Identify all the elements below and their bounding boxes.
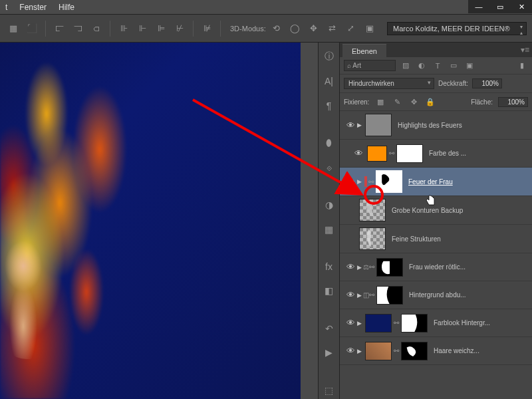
actions-icon[interactable]: ▶ (319, 344, 339, 362)
link-icon[interactable]: ⚯ (368, 178, 374, 186)
levels-icon: ◫ (363, 291, 369, 299)
dist-1-icon[interactable]: ⊪ (116, 21, 132, 37)
lock-move-icon[interactable]: ✥ (408, 96, 420, 107)
styles-icon[interactable]: fx (319, 257, 339, 275)
filter-image-icon[interactable]: ▨ (400, 61, 412, 71)
align-left-icon[interactable]: ⫍ (51, 21, 67, 37)
layer-thumb[interactable] (359, 227, 386, 250)
visibility-icon[interactable]: 👁 (346, 262, 355, 272)
visibility-icon[interactable]: 👁 (354, 148, 363, 158)
minimize-button[interactable]: — (468, 0, 489, 13)
swatches-icon[interactable]: ▦ (319, 220, 339, 238)
filter-toggle-icon[interactable]: ▮ (516, 61, 528, 71)
visibility-icon[interactable]: 👁 (346, 177, 355, 187)
fill-input[interactable]: 100% (498, 97, 528, 107)
link-icon[interactable]: ⚯ (394, 319, 399, 327)
properties-icon[interactable]: ⬚ (319, 381, 339, 399)
info-icon[interactable]: ⓘ (319, 48, 339, 66)
blend-mode-select[interactable]: Hindurchwirken (344, 78, 434, 89)
layer-filter-row: ⌕ Art ▨ ◐ T ▭ ▣ ▮ (340, 57, 532, 74)
3d-slide-icon[interactable]: ⇄ (325, 21, 340, 37)
3d-pan-icon[interactable]: ✥ (306, 21, 322, 37)
layer-row[interactable]: 👁 ▶ ◫ ⚯ Hintergrund abdu... (340, 281, 532, 309)
tool-icon-2[interactable]: ⬛ (24, 21, 40, 37)
dist-4-icon[interactable]: ⊬ (172, 21, 188, 37)
dist-2-icon[interactable]: ⊩ (134, 21, 150, 37)
mask-thumb[interactable] (376, 286, 403, 305)
workspace-selector[interactable]: Marco Kolditz, MEER DER IDEEN® (387, 22, 527, 35)
opacity-input[interactable]: 100% (472, 78, 502, 88)
panel-menu-icon[interactable]: ▾≡ (521, 45, 529, 55)
3d-camera-icon[interactable]: ▣ (362, 21, 378, 37)
visibility-icon[interactable]: 👁 (346, 346, 355, 356)
visibility-icon[interactable]: 👁 (346, 290, 355, 300)
color-fill-thumb[interactable] (367, 146, 387, 162)
link-icon[interactable]: ⚯ (369, 291, 374, 299)
lock-pixels-icon[interactable]: ▩ (374, 96, 386, 107)
layer-label: Feine Strukturen (392, 235, 528, 243)
visibility-icon[interactable]: 👁 (346, 318, 355, 328)
history-icon[interactable]: ↶ (319, 319, 339, 337)
layer-row[interactable]: 👁 ▶ ⚯ Haare weichz... (340, 337, 532, 365)
layer-row[interactable]: 👁 ▶ ⚯ Feuer der Frau (340, 168, 532, 196)
layer-row[interactable]: 👁 ⚯ Farbe des ... (340, 140, 532, 168)
mask-thumb[interactable] (396, 144, 423, 163)
layers-tab[interactable]: Ebenen (342, 44, 386, 57)
clip-indicator (364, 176, 367, 187)
layer-label: Hintergrund abdu... (409, 291, 528, 299)
expand-icon[interactable]: ▶ (357, 320, 362, 327)
lock-all-icon[interactable]: 🔒 (424, 96, 436, 107)
character-icon[interactable]: A| (319, 72, 339, 90)
3d-rotate-icon[interactable]: ⟲ (269, 21, 285, 37)
link-icon[interactable]: ⚯ (369, 263, 374, 271)
layer-row[interactable]: 👁 ▶ ⚖ ⚯ Frau wieder rötlic... (340, 253, 532, 281)
color-icon[interactable]: ◑ (319, 196, 339, 214)
menu-t[interactable]: t (5, 3, 7, 12)
expand-icon[interactable]: ▶ (357, 178, 362, 185)
layer-thumb[interactable] (365, 314, 392, 332)
layer-filter-type[interactable]: ⌕ Art (344, 60, 396, 71)
3d-roll-icon[interactable]: ◯ (287, 21, 303, 37)
adjustments-icon[interactable]: ◧ (319, 282, 339, 300)
mask-thumb[interactable] (376, 170, 402, 193)
mask-thumb[interactable] (376, 258, 403, 277)
layer-thumb[interactable] (365, 342, 392, 360)
expand-icon[interactable]: ▶ (357, 264, 362, 271)
dist-3-icon[interactable]: ⊫ (153, 21, 169, 37)
expand-icon[interactable]: ▶ (357, 348, 362, 354)
menu-fenster[interactable]: Fenster (19, 3, 47, 12)
align-center-icon[interactable]: ⫎ (70, 21, 86, 37)
close-button[interactable]: ✕ (511, 0, 532, 13)
visibility-icon[interactable]: 👁 (346, 120, 355, 130)
expand-icon[interactable]: ▶ (357, 122, 362, 128)
filter-adjust-icon[interactable]: ◐ (416, 61, 428, 71)
layer-thumb[interactable] (365, 114, 392, 136)
canvas-area[interactable]: ◂◂ (0, 43, 318, 399)
mode-label: 3D-Modus: (230, 25, 266, 33)
link-icon[interactable]: ⚯ (394, 347, 399, 354)
maximize-button[interactable]: ▭ (489, 0, 511, 13)
3d-scale-icon[interactable]: ⤢ (343, 21, 359, 37)
menu-hilfe[interactable]: Hilfe (59, 3, 74, 12)
panel-icon-2[interactable]: ⟐ (319, 158, 339, 176)
layer-row[interactable]: Grobe Konturen Backup (340, 196, 532, 225)
expand-icon[interactable]: ▶ (357, 292, 362, 299)
separator (193, 21, 194, 37)
align-right-icon[interactable]: ⫏ (88, 21, 104, 37)
link-icon[interactable]: ⚯ (389, 150, 394, 157)
mask-thumb[interactable] (401, 342, 428, 360)
tool-icon-1[interactable]: ▦ (5, 21, 21, 37)
document-canvas[interactable] (0, 43, 301, 399)
layer-row[interactable]: 👁 ▶ Highlights des Feuers (340, 111, 532, 140)
filter-text-icon[interactable]: T (432, 61, 444, 71)
layer-row[interactable]: Feine Strukturen (340, 225, 532, 253)
layer-thumb[interactable] (359, 199, 386, 221)
lock-brush-icon[interactable]: ✎ (391, 96, 403, 107)
filter-smart-icon[interactable]: ▣ (464, 61, 475, 71)
panel-icon-1[interactable]: ⬮ (319, 134, 339, 152)
dist-5-icon[interactable]: ⊯ (199, 21, 215, 37)
mask-thumb[interactable] (401, 314, 428, 332)
layer-row[interactable]: 👁 ▶ ⚯ Farblook Hintergr... (340, 309, 532, 337)
filter-shape-icon[interactable]: ▭ (448, 61, 460, 71)
paragraph-icon[interactable]: ¶ (319, 96, 339, 114)
